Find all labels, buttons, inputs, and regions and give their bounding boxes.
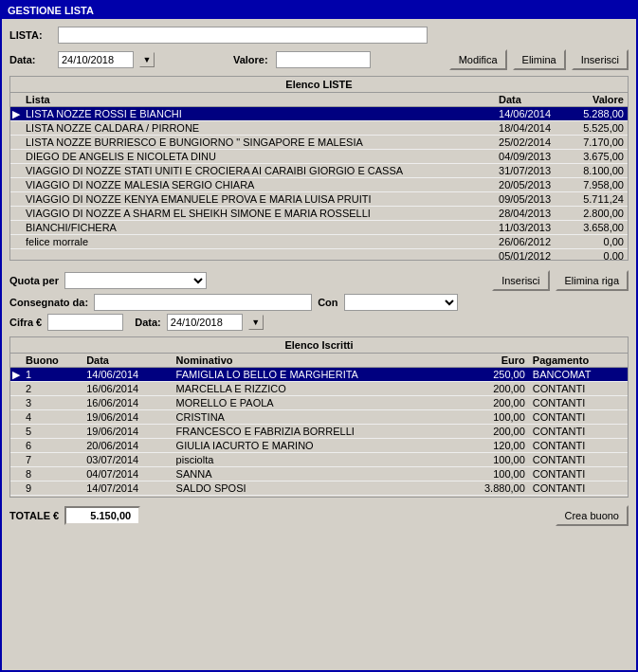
euro-cell: 100,00	[457, 467, 529, 481]
arrow-cell	[10, 164, 22, 178]
data-cell: 28/04/2013	[495, 207, 568, 221]
table-row[interactable]: LISTA NOZZE BURRIESCO E BUNGIORNO " SING…	[10, 136, 628, 150]
table-row[interactable]: BIANCHI/FICHERA 11/03/2013 3.658,00	[10, 221, 628, 235]
euro-cell: 200,00	[457, 382, 529, 396]
lista-cell	[22, 249, 495, 261]
table-row[interactable]: 05/01/2012 0,00	[10, 249, 628, 261]
buono-cell: 6	[22, 439, 82, 453]
pagamento-cell: CONTANTI	[529, 439, 628, 453]
valore-input[interactable]	[276, 51, 371, 68]
data-cell: 19/06/2014	[82, 425, 172, 439]
nominativo-cell: pisciolta	[173, 453, 457, 467]
liste-table: Lista Data Valore ▶ LISTA NOZZE ROSSI E …	[10, 93, 628, 260]
pagamento-cell: CONTANTI	[529, 382, 628, 396]
consegnato-input[interactable]	[94, 294, 312, 311]
lista-cell: DIEGO DE ANGELIS E NICOLETA DINU	[22, 150, 495, 164]
lista-cell: felice morrale	[22, 235, 495, 249]
euro-cell: 100,00	[457, 453, 529, 467]
lista-cell: BIANCHI/FICHERA	[22, 221, 495, 235]
table-row[interactable]: 4 19/06/2014 CRISTINA 100,00 CONTANTI	[10, 410, 628, 425]
data-cell: 14/06/2014	[82, 368, 172, 382]
buono-cell: 1	[22, 368, 82, 382]
quota-label: Quota per	[9, 275, 59, 286]
data-cell: 04/09/2013	[495, 150, 568, 164]
top-table-body: ▶ LISTA NOZZE ROSSI E BIANCHI 14/06/2014…	[10, 107, 628, 261]
quota-select[interactable]	[64, 272, 207, 289]
table-row[interactable]: VIAGGIO DI NOZZE MALESIA SERGIO CHIARA 2…	[10, 178, 628, 192]
buono-cell: 2	[22, 382, 82, 396]
data-cell: 16/06/2014	[82, 382, 172, 396]
cifra-data-input[interactable]	[167, 314, 243, 331]
table-row[interactable]: 3 16/06/2014 MORELLO E PAOLA 200,00 CONT…	[10, 396, 628, 410]
arrow-cell	[10, 235, 22, 249]
lista-cell: VIAGGIO DI NOZZE KENYA EMANUELE PROVA E …	[22, 192, 495, 207]
lista-cell: LISTA NOZZE ROSSI E BIANCHI	[22, 107, 495, 121]
crea-buono-button[interactable]: Crea buono	[556, 505, 629, 526]
table-row[interactable]: VIAGGIO DI NOZZE KENYA EMANUELE PROVA E …	[10, 192, 628, 207]
valore-cell: 8.100,00	[569, 164, 628, 178]
data-input[interactable]	[58, 51, 134, 68]
top-table-scroll[interactable]: Elenco LISTE Lista Data Valore ▶ LISTA N…	[10, 77, 628, 260]
data-valore-row: Data: ▼ Valore: Modifica Elimina Inseris…	[9, 49, 629, 70]
lista-input[interactable]	[58, 27, 428, 44]
nominativo-cell: SALDO SPOSI	[173, 481, 457, 496]
lista-label: LISTA:	[9, 29, 52, 41]
totale-value: 5.150,00	[64, 506, 140, 525]
cifra-input[interactable]	[47, 314, 123, 331]
table-row[interactable]: 7 03/07/2014 pisciolta 100,00 CONTANTI	[10, 453, 628, 467]
table-row[interactable]: ▶ LISTA NOZZE ROSSI E BIANCHI 14/06/2014…	[10, 107, 628, 121]
con-select[interactable]	[344, 294, 458, 311]
table-row[interactable]: VIAGGIO DI NOZZE A SHARM EL SHEIKH SIMON…	[10, 207, 628, 221]
pagamento-cell: CONTANTI	[529, 453, 628, 467]
data-cell: 18/04/2014	[495, 121, 568, 136]
arrow-cell	[10, 453, 22, 467]
buono-cell: 7	[22, 453, 82, 467]
modifica-button[interactable]: Modifica	[449, 49, 507, 70]
th-data: Data	[495, 93, 568, 107]
lista-cell: VIAGGIO DI NOZZE A SHARM EL SHEIKH SIMON…	[22, 207, 495, 221]
arrow-cell	[10, 192, 22, 207]
pagamento-cell: BANCOMAT	[529, 368, 628, 382]
table-row[interactable]: 9 14/07/2014 SALDO SPOSI 3.880,00 CONTAN…	[10, 481, 628, 496]
arrow-cell	[10, 439, 22, 453]
table-row[interactable]: 8 04/07/2014 SANNA 100,00 CONTANTI	[10, 467, 628, 481]
arrow-cell	[10, 150, 22, 164]
valore-cell: 5.525,00	[569, 121, 628, 136]
arrow-cell: ▶	[10, 368, 22, 382]
bth-pagamento: Pagamento	[529, 354, 628, 368]
data-label: Data:	[9, 54, 52, 65]
valore-cell: 3.675,00	[569, 150, 628, 164]
table-row[interactable]: 6 20/06/2014 GIULIA IACURTO E MARINO 120…	[10, 439, 628, 453]
table-row[interactable]: DIEGO DE ANGELIS E NICOLETA DINU 04/09/2…	[10, 150, 628, 164]
table-row[interactable]: VIAGGIO DI NOZZE STATI UNITI E CROCIERA …	[10, 164, 628, 178]
table-row[interactable]: 2 16/06/2014 MARCELLA E RIZZICO 200,00 C…	[10, 382, 628, 396]
inserisci-riga-button[interactable]: Inserisci	[492, 270, 549, 291]
inserisci-button[interactable]: Inserisci	[572, 49, 629, 70]
quota-row: Quota per Inserisci Elimina riga	[9, 270, 629, 291]
data-cell: 31/07/2013	[495, 164, 568, 178]
data-cell: 04/07/2014	[82, 467, 172, 481]
bottom-table-scroll[interactable]: Elenco Iscritti Buono Data Nominativo Eu…	[10, 337, 628, 497]
data-cell: 16/06/2014	[82, 396, 172, 410]
data-cell: 25/02/2014	[495, 136, 568, 150]
euro-cell: 120,00	[457, 439, 529, 453]
valore-cell: 7.958,00	[569, 178, 628, 192]
table-row[interactable]: 5 19/06/2014 FRANCESCO E FABRIZIA BORREL…	[10, 425, 628, 439]
table-row[interactable]: felice morrale 26/06/2012 0,00	[10, 235, 628, 249]
arrow-cell	[10, 382, 22, 396]
bottom-table-body: ▶ 1 14/06/2014 FAMIGLIA LO BELLO E MARGH…	[10, 368, 628, 496]
euro-cell: 200,00	[457, 396, 529, 410]
lista-cell: LISTA NOZZE BURRIESCO E BUNGIORNO " SING…	[22, 136, 495, 150]
totale-section: TOTALE € 5.150,00	[9, 506, 140, 525]
table-row[interactable]: ▶ 1 14/06/2014 FAMIGLIA LO BELLO E MARGH…	[10, 368, 628, 382]
valore-cell: 2.800,00	[569, 207, 628, 221]
data-cell: 03/07/2014	[82, 453, 172, 467]
cifra-data-dropdown-arrow[interactable]: ▼	[248, 315, 264, 330]
elimina-riga-button[interactable]: Elimina riga	[556, 270, 629, 291]
data-dropdown-arrow[interactable]: ▼	[139, 52, 155, 67]
table-row[interactable]: LISTA NOZZE CALDARA / PIRRONE 18/04/2014…	[10, 121, 628, 136]
elimina-button[interactable]: Elimina	[513, 49, 566, 70]
cifra-data-label: Data:	[135, 317, 161, 328]
valore-cell: 5.711,24	[569, 192, 628, 207]
arrow-cell	[10, 207, 22, 221]
